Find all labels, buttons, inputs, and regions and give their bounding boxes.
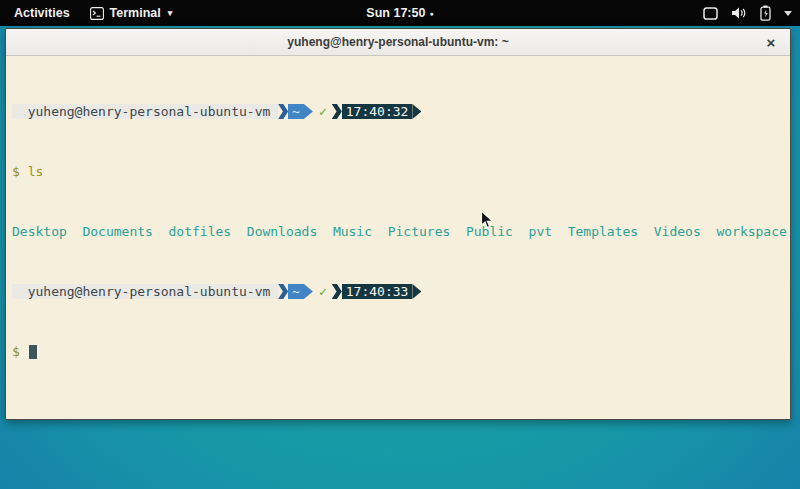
powerline-chevron-icon <box>332 284 342 299</box>
terminal-content[interactable]: yuheng@henry-personal-ubuntu-vm ~ ✓ 17:4… <box>6 56 790 419</box>
status-check-icon: ✓ <box>313 284 332 299</box>
prompt-time: 17:40:32 <box>342 104 413 119</box>
clock-button[interactable]: Sun 17:50 ● <box>366 6 433 20</box>
ls-output-line: Desktop Documents dotfiles Downloads Mus… <box>12 224 786 239</box>
terminal-cursor <box>29 345 37 359</box>
powerline-path-segment: ~ <box>278 104 313 119</box>
close-button[interactable]: × <box>761 32 781 52</box>
app-menu-label: Terminal <box>110 6 161 20</box>
volume-icon <box>731 6 747 20</box>
prompt-symbol: $ <box>12 164 28 179</box>
powerline-time-segment: 17:40:33 <box>332 284 422 299</box>
input-line[interactable]: $ <box>12 344 786 359</box>
directory-listing: Desktop Documents dotfiles Downloads Mus… <box>12 224 787 239</box>
notification-dot-icon: ● <box>429 10 433 17</box>
prompt-symbol: $ <box>12 344 28 359</box>
terminal-icon <box>90 7 104 20</box>
powerline-path-segment: ~ <box>278 284 313 299</box>
window-title: yuheng@henry-personal-ubuntu-vm: ~ <box>287 35 508 49</box>
app-menu-terminal[interactable]: Terminal ▾ <box>90 6 173 20</box>
system-status-area[interactable] <box>703 5 792 21</box>
prompt-user-host: yuheng@henry-personal-ubuntu-vm <box>12 104 278 119</box>
prompt-path: ~ <box>288 284 304 299</box>
prompt-path: ~ <box>288 104 304 119</box>
battery-charging-icon <box>760 5 771 21</box>
terminal-window: yuheng@henry-personal-ubuntu-vm: ~ × yuh… <box>5 28 791 420</box>
prompt-line-2: yuheng@henry-personal-ubuntu-vm ~ ✓ 17:4… <box>12 284 786 299</box>
powerline-chevron-icon <box>332 104 342 119</box>
command-line: $ ls <box>12 164 786 179</box>
powerline-arrow-icon <box>412 284 421 299</box>
powerline-arrow-icon <box>412 104 421 119</box>
top-bar: Activities Terminal ▾ Sun 17:50 ● <box>0 0 800 26</box>
powerline-chevron-icon <box>278 104 288 119</box>
prompt-user-host: yuheng@henry-personal-ubuntu-vm <box>12 284 278 299</box>
chevron-down-icon: ▾ <box>168 8 173 18</box>
powerline-arrow-icon <box>304 284 313 299</box>
status-check-icon: ✓ <box>313 104 332 119</box>
typed-command: ls <box>28 164 44 179</box>
powerline-time-segment: 17:40:32 <box>332 104 422 119</box>
prompt-line-1: yuheng@henry-personal-ubuntu-vm ~ ✓ 17:4… <box>12 104 786 119</box>
window-titlebar[interactable]: yuheng@henry-personal-ubuntu-vm: ~ × <box>6 29 790 56</box>
chevron-down-icon <box>784 11 792 16</box>
powerline-chevron-icon <box>278 284 288 299</box>
powerline-arrow-icon <box>304 104 313 119</box>
activities-button[interactable]: Activities <box>10 6 74 20</box>
screen-icon <box>703 7 718 20</box>
clock-label: Sun 17:50 <box>366 6 425 20</box>
prompt-time: 17:40:33 <box>342 284 413 299</box>
